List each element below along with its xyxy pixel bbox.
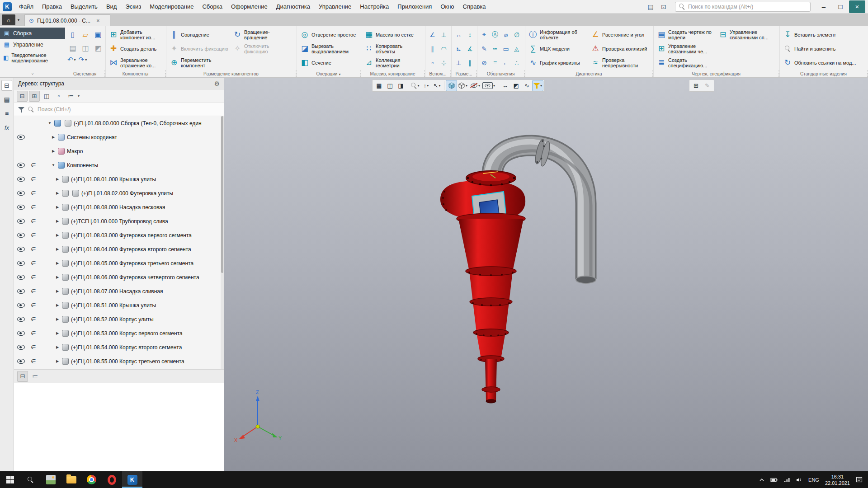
visibility-toggle[interactable]	[14, 345, 28, 350]
tree-search-input[interactable]	[38, 106, 220, 113]
visibility-toggle[interactable]	[14, 233, 28, 238]
orientation-button[interactable]: ↑▾	[421, 80, 431, 91]
include-toggle[interactable]: ∈	[28, 204, 39, 211]
aux-tool-button[interactable]: ▫	[427, 56, 438, 70]
expand-arrow-icon[interactable]: ▶	[54, 289, 61, 293]
curvature-display-button[interactable]: ∿	[522, 80, 532, 91]
visibility-toggle[interactable]	[14, 135, 28, 140]
tree-list-button[interactable]: ≔	[66, 91, 76, 102]
variables-panel-button[interactable]: fx	[1, 122, 12, 133]
tab-build-order-view[interactable]: ≔	[30, 371, 41, 382]
section-button[interactable]: ◧Сечение	[298, 56, 361, 70]
display-mode-button[interactable]: ▾	[457, 80, 468, 91]
tree-item-label[interactable]: (-)ГЦ.01.08.00.000 Сборка (Тел-0, Сбороч…	[74, 120, 202, 127]
menu-settings[interactable]: Настройка	[356, 1, 393, 12]
object-info-button[interactable]: ⓘИнформация об объекте	[527, 28, 589, 42]
include-toggle[interactable]: ∈	[28, 316, 39, 323]
include-toggle[interactable]: ∈	[28, 330, 39, 337]
annotation-tool-button[interactable]: ⊘	[479, 56, 490, 70]
language-indicator[interactable]: ENG	[808, 477, 819, 483]
viewport-3d[interactable]: Z X Y ▦ ◫ ◨ ▾ ↑▾ ↖▾	[224, 78, 868, 471]
layout-panels-icon[interactable]: ▤	[645, 2, 656, 11]
tree-row-component[interactable]: ∈ ▶ (+)ГЦ.01.08.06.000 Футеровка четверт…	[14, 270, 224, 284]
file-explorer-button[interactable]	[61, 471, 81, 488]
annotation-tool-button[interactable]: ✎	[479, 42, 490, 56]
expand-arrow-icon[interactable]: ▶	[54, 177, 61, 181]
dimension-tool-button[interactable]: ↔	[453, 28, 464, 42]
menu-layout[interactable]: Оформление	[227, 1, 272, 12]
mirror-components-button[interactable]: ⋈Зеркальное отражение ко...	[107, 56, 165, 70]
visibility-toggle[interactable]	[14, 205, 28, 210]
tree-item-label[interactable]: (+)ГЦ.01.08.01.000 Крышка улиты	[71, 176, 156, 183]
mass-properties-button[interactable]: ∑МЦХ модели	[527, 42, 589, 56]
dimension-tool-button[interactable]: ⊥	[453, 56, 464, 70]
annotation-tool-button[interactable]: ◬	[511, 42, 522, 56]
tree-row-component[interactable]: ∈ ▶ (+)ТСГЦ.01.00.000 Трубопровод слива	[14, 214, 224, 228]
tab-structure-view[interactable]: ⊟	[17, 371, 28, 382]
tree-row-root[interactable]: ▼ (-)ГЦ.01.08.00.000 Сборка (Тел-0, Сбор…	[14, 116, 224, 130]
include-toggle[interactable]: ∈	[28, 176, 39, 183]
tree-row-component[interactable]: ∈ ▶ (+)ГЦ.01.08.05.000 Футеровка третьег…	[14, 256, 224, 270]
include-toggle[interactable]: ∈	[28, 358, 39, 365]
include-toggle[interactable]: ∈	[28, 274, 39, 281]
kompas-app-button[interactable]: K	[122, 471, 142, 488]
mode-management[interactable]: ▤ Управление	[0, 39, 65, 50]
tree-row-component[interactable]: ∈ ▶ (+)ГЦ.01.08.01.000 Крышка улиты	[14, 172, 224, 186]
close-button[interactable]: ×	[849, 0, 865, 13]
tree-item-label[interactable]: (+)ГЦ.01.08.05.000 Футеровка третьего се…	[71, 260, 193, 267]
menu-diagnostics[interactable]: Диагностика	[272, 1, 314, 12]
cyclone-body[interactable]	[440, 171, 525, 403]
simple-hole-button[interactable]: ◎Отверстие простое	[298, 28, 361, 42]
tree-row-component[interactable]: ∈ ▶ (+)ГЦ.01.08.54.000 Корпус второго се…	[14, 340, 224, 354]
include-toggle[interactable]: ∈	[28, 246, 39, 253]
chrome-button[interactable]	[81, 471, 102, 488]
include-toggle[interactable]: ∈	[28, 218, 39, 225]
curvature-graph-button[interactable]: ∿График кривизны	[527, 56, 589, 70]
minimize-button[interactable]: –	[816, 0, 832, 13]
expand-arrow-icon[interactable]: ▶	[54, 247, 61, 251]
expand-arrow-icon[interactable]: ▶	[54, 191, 61, 195]
move-component-button[interactable]: ⊕Переместить компонент	[168, 56, 231, 70]
expand-arrow-icon[interactable]: ▶	[54, 331, 61, 335]
insert-element-button[interactable]: ↧Вставить элемент	[781, 28, 866, 42]
redo-button[interactable]: ↷▾	[79, 56, 87, 64]
open-document-button[interactable]: ▱	[79, 28, 92, 41]
annotation-tool-button[interactable]: ≡	[490, 56, 500, 70]
annotation-tool-button[interactable]: ∴	[511, 56, 522, 70]
tree-row-component[interactable]: ∈ ▶ (+)ГЦ.01.08.07.000 Насадка сливная	[14, 284, 224, 298]
visibility-toggle[interactable]	[14, 289, 28, 294]
expand-arrow-icon[interactable]: ▶	[54, 317, 61, 321]
include-toggle[interactable]: ∈	[28, 232, 39, 239]
include-toggle[interactable]: ∈	[28, 162, 39, 169]
tree-row-coordinate-systems[interactable]: ▶ Системы координат	[14, 130, 224, 144]
create-drawing-button[interactable]: ▤Создать чертеж по модели	[655, 28, 717, 42]
taskbar-clock[interactable]: 16:31 22.01.2021	[825, 474, 850, 486]
command-search-input[interactable]	[688, 4, 807, 10]
aux-tool-button[interactable]: ⊹	[438, 56, 449, 70]
aux-tool-button[interactable]: ⊥	[438, 28, 449, 42]
mode-assembly[interactable]: ▣ Сборка	[0, 28, 65, 39]
visibility-toggle[interactable]	[14, 331, 28, 336]
tree-item-label[interactable]: (+)ТСГЦ.01.00.000 Трубопровод слива	[71, 218, 168, 225]
tree-row-component[interactable]: ∈ ▶ (+)ГЦ.01.08.55.000 Корпус третьего с…	[14, 354, 224, 368]
visibility-toggle[interactable]	[14, 359, 28, 364]
mate-coincident-button[interactable]: ∥Совпадение	[168, 28, 231, 42]
aux-tool-button[interactable]: ∥	[427, 42, 438, 56]
menu-window[interactable]: Окно	[436, 1, 458, 12]
menu-help[interactable]: Справка	[459, 1, 490, 12]
volume-icon[interactable]	[796, 477, 802, 483]
expand-arrow-icon[interactable]: ▶	[54, 275, 61, 279]
tab-list-caret-icon[interactable]: ▾	[15, 14, 22, 25]
cut-extrude-button[interactable]: ◪Вырезать выдавливанием	[298, 42, 361, 56]
menu-select[interactable]: Выделить	[66, 1, 102, 12]
dimension-tool-button[interactable]: ∡	[464, 42, 476, 56]
include-toggle[interactable]: ∈	[28, 288, 39, 295]
shaded-display-button[interactable]	[446, 80, 457, 91]
rotate-rotate-button[interactable]: ↻Вращение-вращение	[231, 28, 294, 42]
taskbar-search-button[interactable]	[20, 471, 41, 488]
annotation-tool-button[interactable]: ≃	[490, 42, 500, 56]
document-properties-button[interactable]: ◩	[92, 41, 104, 55]
tree-row-component[interactable]: ∈ ▶ (+)ГЦ.01.08.51.000 Крышка улиты	[14, 298, 224, 312]
tree-item-label[interactable]: (+)ГЦ.01.08.55.000 Корпус третьего сегме…	[71, 358, 184, 365]
new-document-button[interactable]: ▯	[66, 28, 79, 41]
